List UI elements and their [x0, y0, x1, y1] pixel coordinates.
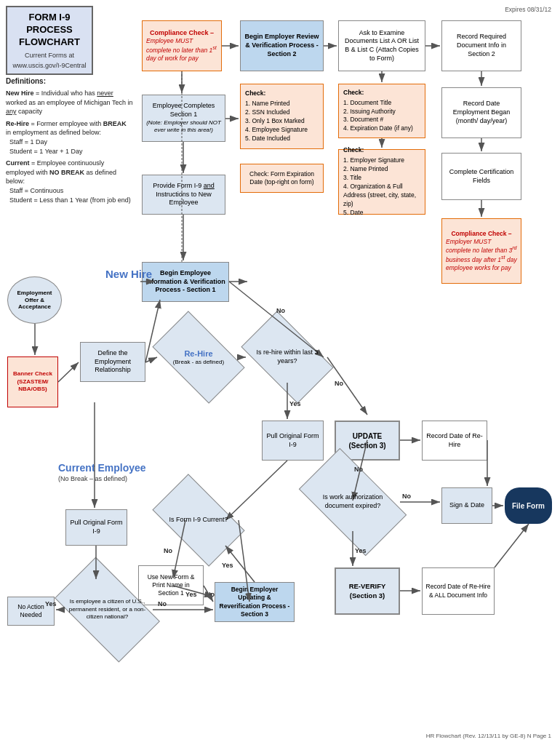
svg-line-52 — [225, 546, 255, 582]
rehire-3years-diamond: Is re-hire within last 3 years? — [247, 332, 327, 383]
employee-completes-box: Employee Completes Section 1 (Note: Empl… — [142, 95, 225, 142]
svg-text:Yes: Yes — [222, 562, 233, 569]
definitions-box: Definitions: New Hire = Individual who h… — [6, 76, 133, 207]
svg-line-35 — [204, 586, 213, 602]
def-current: Current = Employee continuously employed… — [6, 159, 133, 204]
rehire-diamond: Re-Hire (Break - as defined) — [159, 332, 239, 383]
pull-original-rehire-box: Pull Original Form I-9 — [262, 421, 324, 461]
compliance2-label: Compliance Check – — [451, 230, 511, 238]
citizen-diamond: Is employee a citizen of U.S., permanent… — [62, 581, 153, 639]
title-box: FORM I-9 PROCESS FLOWCHART Current Forms… — [6, 6, 93, 75]
compliance1-label: Compliance Check – — [150, 29, 214, 38]
svg-text:No: No — [206, 591, 215, 598]
begin-updating-box: Begin Employer Updating & Reverification… — [215, 582, 295, 622]
def-new-hire: New Hire = Individual who has never work… — [6, 89, 133, 116]
svg-line-22 — [145, 357, 157, 362]
new-hire-label: New Hire — [105, 268, 152, 280]
begin-employee-section1-box: Begin Employee Information & Verificatio… — [142, 262, 229, 302]
sign-date-box: Sign & Date — [441, 487, 492, 524]
work-auth-diamond: Is work authorization document expired? — [305, 473, 400, 531]
compliance-check-2: Compliance Check – Employer MUST complet… — [441, 218, 521, 284]
svg-text:No: No — [164, 547, 172, 554]
subtitle1: Current Forms at — [10, 52, 89, 59]
def-re-hire: Re-Hire = Former employee with BREAK in … — [6, 119, 133, 156]
compliance1-sub: Employee MUST complete no later than 1st… — [146, 37, 217, 63]
record-date-rehire-box: Record Date of Re-Hire — [422, 421, 487, 461]
main-title: FORM I-9 PROCESS FLOWCHART — [10, 12, 89, 49]
reverify-box: RE-VERIFY(Section 3) — [335, 567, 400, 615]
pull-original-current-box: Pull Original Form I-9 — [65, 509, 127, 546]
provide-form-box: Provide Form I-9 and Instructions to New… — [142, 175, 225, 215]
check-box-1: Check: 1. Name Printed 2. SSN Included 3… — [240, 84, 324, 149]
compliance2-sub: Employer MUST complete no later than 3rd… — [446, 238, 517, 273]
complete-certification-box: Complete Certification Fields — [441, 153, 521, 200]
check-docs-box-2: Check: 1. Employer Signature 2. Name Pri… — [338, 149, 425, 215]
employment-offer-box: Employment Offer & Acceptance — [7, 276, 62, 324]
svg-line-45 — [495, 524, 529, 567]
subtitle2: www.uscis.gov/I-9Central — [10, 62, 89, 69]
record-rehire-all-box: Record Date of Re-Hire & ALL Document In… — [422, 567, 495, 615]
ask-examine-box: Ask to Examine Documents List A OR List … — [338, 20, 425, 71]
define-relationship-box: Define the Employment Relationship — [80, 342, 145, 382]
begin-employer-review-box: Begin Employer Review & Verification Pro… — [240, 20, 324, 71]
file-form-box: File Form — [505, 487, 552, 524]
check-docs-box-1: Check: 1. Document Title 2. Issuing Auth… — [338, 84, 425, 138]
no-action-box: No Action Needed — [7, 597, 55, 626]
current-note: (No Break – as defined) — [58, 475, 127, 482]
svg-line-17 — [58, 362, 79, 382]
svg-text:No: No — [335, 380, 343, 387]
compliance-check-1: Compliance Check – Employee MUST complet… — [142, 20, 222, 71]
banner-check-box: Banner Check (SZASTEM/ NBA/OBS) — [7, 356, 58, 407]
check-expiration-box: Check: Form Expiration Date (top-right o… — [240, 164, 324, 193]
current-employee-label: Current Employee — [58, 462, 146, 474]
svg-line-26 — [327, 357, 367, 415]
svg-text:No: No — [402, 493, 411, 500]
footer-text: HR Flowchart (Rev. 12/13/11 by GE-8) N P… — [426, 733, 551, 739]
defs-title: Definitions: — [6, 76, 133, 87]
record-required-box: Record Required Document Info in Section… — [441, 20, 521, 71]
expires-text: Expires 08/31/12 — [505, 6, 551, 13]
record-date-employment-box: Record Date Employment Began (month/ day… — [441, 87, 521, 138]
form-i9-current-diamond: Is Form I-9 Current? — [159, 495, 239, 546]
